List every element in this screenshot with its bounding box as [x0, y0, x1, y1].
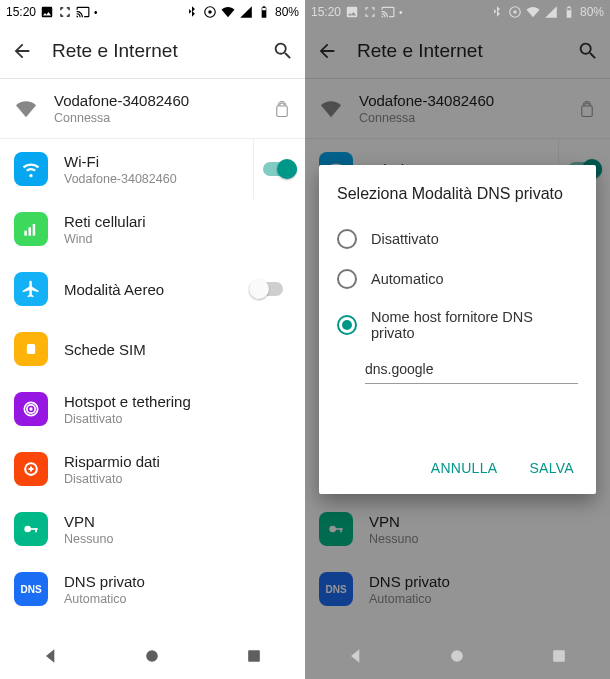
wifi-status-icon	[221, 5, 235, 19]
image-icon	[345, 5, 359, 19]
vpn-icon	[14, 512, 48, 546]
nav-recent[interactable]	[549, 646, 569, 666]
vpn-sub: Nessuno	[64, 532, 291, 546]
row-wifi[interactable]: Wi-Fi Vodafone-34082460	[0, 139, 305, 199]
search-button[interactable]	[576, 39, 600, 63]
battery-icon	[257, 5, 271, 19]
airplane-icon	[14, 272, 48, 306]
connection-state: Connessa	[54, 111, 257, 125]
nav-bar	[0, 633, 305, 679]
row-vpn: VPNNessuno	[305, 499, 610, 559]
svg-point-7	[29, 407, 32, 410]
row-hotspot[interactable]: Hotspot e tethering Disattivato	[0, 379, 305, 439]
nav-bar	[305, 633, 610, 679]
hotspot-sub: Disattivato	[64, 412, 291, 426]
wifi-title: Wi-Fi	[64, 153, 237, 170]
datasaver-sub: Disattivato	[64, 472, 291, 486]
save-button[interactable]: SALVA	[525, 452, 578, 484]
row-sim[interactable]: Schede SIM	[0, 319, 305, 379]
svg-point-14	[147, 650, 159, 662]
back-button[interactable]	[10, 39, 34, 63]
dot-icon: •	[399, 7, 403, 18]
voice-icon	[508, 5, 522, 19]
app-bar: Rete e Internet	[305, 24, 610, 79]
svg-rect-2	[262, 8, 266, 10]
svg-point-22	[452, 650, 464, 662]
status-bar: 15:20 • 80%	[305, 0, 610, 24]
vpn-title: VPN	[64, 513, 291, 530]
svg-rect-6	[27, 344, 35, 354]
image-icon	[40, 5, 54, 19]
nav-recent[interactable]	[244, 646, 264, 666]
row-current-connection[interactable]: Vodafone-34082460 Connessa	[0, 79, 305, 139]
battery-icon	[562, 5, 576, 19]
voice-icon	[203, 5, 217, 19]
svg-point-17	[513, 10, 517, 14]
radio-option-auto[interactable]: Automatico	[337, 259, 578, 299]
dns-dialog: Seleziona Modalità DNS privato Disattiva…	[319, 165, 596, 494]
row-vpn[interactable]: VPN Nessuno	[0, 499, 305, 559]
svg-point-1	[208, 10, 212, 14]
cancel-button[interactable]: ANNULLA	[427, 452, 502, 484]
radio-label: Nome host fornitore DNS privato	[371, 309, 578, 341]
bluetooth-icon	[490, 5, 504, 19]
radio-icon	[337, 229, 357, 249]
status-time: 15:20	[311, 5, 341, 19]
wifi-icon	[14, 97, 38, 121]
wifi-app-icon	[14, 152, 48, 186]
radio-label: Disattivato	[371, 231, 439, 247]
svg-rect-18	[567, 8, 571, 10]
row-dns: DNS DNS privatoAutomatico	[305, 559, 610, 619]
wifi-sub: Vodafone-34082460	[64, 172, 237, 186]
radio-option-host[interactable]: Nome host fornitore DNS privato	[337, 299, 578, 351]
dns-title: DNS privato	[64, 573, 291, 590]
radio-option-off[interactable]: Disattivato	[337, 219, 578, 259]
nav-back[interactable]	[41, 646, 61, 666]
cast-icon	[381, 5, 395, 19]
dot-icon: •	[94, 7, 98, 18]
row-dns[interactable]: DNS DNS privato Automatico	[0, 559, 305, 619]
svg-point-11	[24, 526, 31, 533]
datasaver-icon	[14, 452, 48, 486]
screen-settings-list: 15:20 • 80% Rete e Internet Vodafone-340…	[0, 0, 305, 679]
datasaver-title: Risparmio dati	[64, 453, 291, 470]
dns-hostname-input[interactable]	[365, 357, 578, 384]
nav-back[interactable]	[346, 646, 366, 666]
airplane-switch[interactable]	[249, 279, 283, 299]
back-button[interactable]	[315, 39, 339, 63]
dialog-title: Seleziona Modalità DNS privato	[337, 185, 578, 203]
svg-rect-4	[29, 227, 32, 235]
screenshot-icon	[363, 5, 377, 19]
status-bar: 15:20 • 80%	[0, 0, 305, 24]
app-bar: Rete e Internet	[0, 24, 305, 79]
svg-rect-13	[35, 528, 37, 532]
sim-title: Schede SIM	[64, 341, 291, 358]
signal-icon	[544, 5, 558, 19]
battery-percent: 80%	[275, 5, 299, 19]
search-button[interactable]	[271, 39, 295, 63]
hotspot-icon	[14, 392, 48, 426]
connection-ssid: Vodafone-34082460	[54, 92, 257, 109]
wifi-status-icon	[526, 5, 540, 19]
svg-rect-5	[33, 224, 36, 236]
cellular-icon	[14, 212, 48, 246]
row-cellular[interactable]: Reti cellulari Wind	[0, 199, 305, 259]
svg-rect-20	[335, 528, 343, 530]
nav-home[interactable]	[447, 646, 467, 666]
lock-icon	[273, 97, 291, 121]
wifi-switch[interactable]	[263, 159, 297, 179]
settings-list: Vodafone-34082460 Connessa Wi-Fi Vodafon…	[0, 79, 305, 633]
page-title: Rete e Internet	[357, 40, 558, 62]
vpn-icon	[319, 512, 353, 546]
nav-home[interactable]	[142, 646, 162, 666]
airplane-title: Modalità Aereo	[64, 281, 233, 298]
battery-percent: 80%	[580, 5, 604, 19]
sim-icon	[14, 332, 48, 366]
row-airplane[interactable]: Modalità Aereo	[0, 259, 305, 319]
dns-icon: DNS	[14, 572, 48, 606]
svg-rect-21	[340, 528, 342, 532]
row-datasaver[interactable]: Risparmio dati Disattivato	[0, 439, 305, 499]
dns-icon: DNS	[319, 572, 353, 606]
bluetooth-icon	[185, 5, 199, 19]
page-title: Rete e Internet	[52, 40, 253, 62]
